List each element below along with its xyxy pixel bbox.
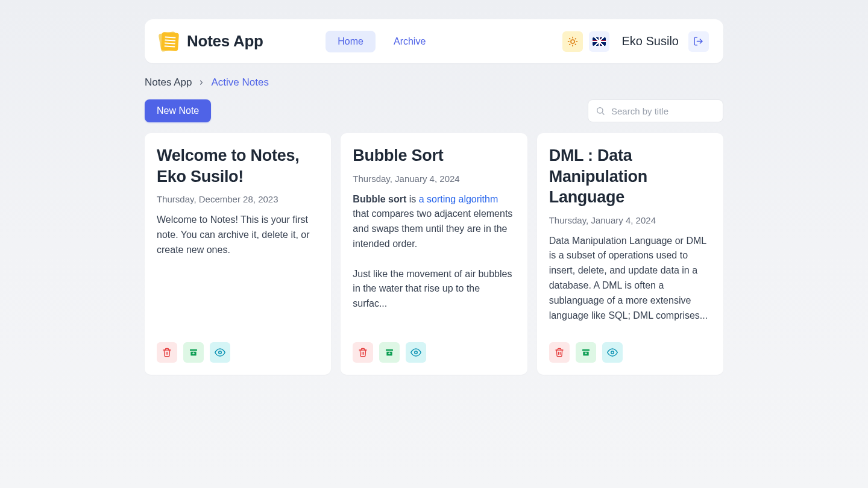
- svg-rect-8: [582, 349, 590, 351]
- svg-rect-4: [190, 349, 197, 351]
- theme-toggle-button[interactable]: [562, 31, 583, 52]
- archive-button[interactable]: [379, 342, 400, 363]
- search-icon: [596, 106, 605, 116]
- logout-icon: [693, 36, 703, 46]
- search-input[interactable]: [610, 105, 727, 117]
- note-date: Thursday, January 4, 2024: [353, 174, 515, 184]
- archive-button[interactable]: [183, 342, 204, 363]
- archive-icon: [189, 348, 198, 357]
- note-date: Thursday, January 4, 2024: [549, 215, 711, 225]
- logout-button[interactable]: [688, 31, 709, 52]
- svg-line-3: [602, 113, 604, 114]
- nav-archive[interactable]: Archive: [382, 31, 438, 52]
- nav: Home Archive: [326, 31, 438, 52]
- delete-button[interactable]: [157, 342, 177, 363]
- breadcrumb: Notes App Active Notes: [145, 77, 723, 89]
- sun-icon: [567, 36, 578, 47]
- svg-point-9: [611, 351, 614, 354]
- search-field[interactable]: [588, 99, 723, 122]
- delete-button[interactable]: [353, 342, 373, 363]
- note-body: Bubble sort is a sorting algorithm that …: [353, 192, 515, 332]
- archive-icon: [385, 348, 394, 357]
- svg-point-7: [415, 351, 418, 354]
- note-date: Thursday, December 28, 2023: [157, 194, 319, 204]
- header-right: Eko Susilo: [562, 31, 709, 52]
- trash-icon: [358, 348, 368, 357]
- breadcrumb-current: Active Notes: [211, 77, 268, 89]
- note-title: Welcome to Notes, Eko Susilo!: [157, 145, 319, 187]
- note-title: Bubble Sort: [353, 145, 515, 166]
- header: Notes App Home Archive Eko Susilo: [145, 19, 723, 63]
- brand-title: Notes App: [187, 32, 263, 51]
- brand[interactable]: Notes App: [159, 31, 263, 52]
- trash-icon: [555, 348, 564, 357]
- view-button[interactable]: [210, 342, 230, 363]
- eye-icon: [607, 347, 618, 358]
- note-body: Data Manipulation Language or DML is a s…: [549, 234, 711, 332]
- note-actions: [353, 342, 515, 363]
- note-card: Welcome to Notes, Eko Susilo! Thursday, …: [145, 133, 331, 375]
- new-note-button[interactable]: New Note: [145, 99, 211, 122]
- svg-point-2: [597, 108, 603, 113]
- toolbar: New Note: [145, 99, 723, 122]
- nav-home[interactable]: Home: [326, 31, 376, 52]
- delete-button[interactable]: [549, 342, 570, 363]
- view-button[interactable]: [406, 342, 426, 363]
- svg-point-0: [571, 40, 574, 43]
- notes-logo-icon: [159, 31, 180, 52]
- notes-grid: Welcome to Notes, Eko Susilo! Thursday, …: [145, 133, 723, 375]
- note-card: DML : Data Manipulation Language Thursda…: [537, 133, 723, 375]
- archive-icon: [581, 348, 591, 357]
- archive-button[interactable]: [576, 342, 596, 363]
- view-button[interactable]: [602, 342, 623, 363]
- eye-icon: [410, 347, 421, 358]
- svg-rect-6: [386, 349, 393, 351]
- note-title: DML : Data Manipulation Language: [549, 145, 711, 208]
- uk-flag-icon: [593, 37, 606, 46]
- svg-point-5: [219, 351, 222, 354]
- note-actions: [157, 342, 319, 363]
- chevron-right-icon: [198, 79, 205, 86]
- eye-icon: [215, 347, 225, 358]
- language-button[interactable]: [589, 31, 609, 52]
- note-card: Bubble Sort Thursday, January 4, 2024 Bu…: [341, 133, 527, 375]
- breadcrumb-root[interactable]: Notes App: [145, 77, 192, 89]
- note-body: Welcome to Notes! This is your first not…: [157, 213, 319, 331]
- trash-icon: [162, 348, 172, 357]
- note-actions: [549, 342, 711, 363]
- user-name: Eko Susilo: [621, 34, 679, 48]
